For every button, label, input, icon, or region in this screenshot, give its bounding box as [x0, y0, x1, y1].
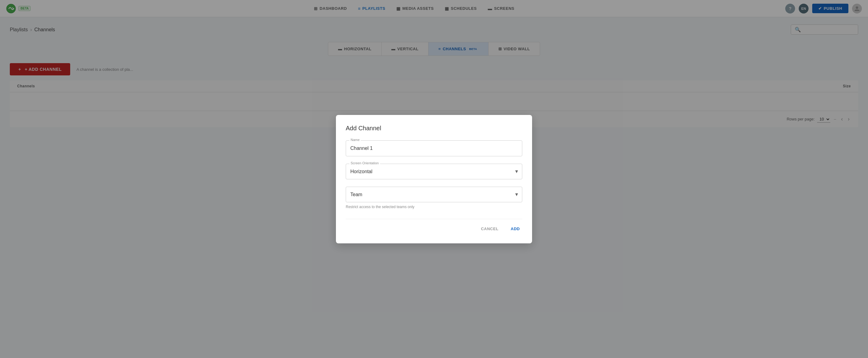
modal-title: Add Channel [346, 125, 522, 132]
add-channel-modal: Add Channel Name Screen Orientation Hori… [336, 115, 532, 135]
modal-overlay[interactable]: Add Channel Name Screen Orientation Hori… [0, 0, 868, 135]
